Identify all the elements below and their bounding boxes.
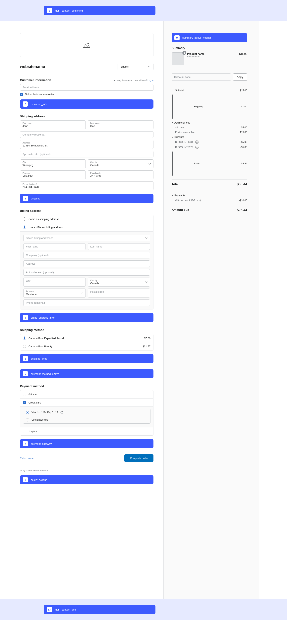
slot-customer-info: 2 customer_info <box>20 100 154 108</box>
billing-form: Saved billing addresses First name Last … <box>20 231 153 309</box>
caret-down-icon <box>172 122 173 123</box>
login-prompt: Already have an account with us? Log in <box>114 79 154 82</box>
payment-paypal[interactable]: PayPal <box>20 427 153 436</box>
remove-icon[interactable]: ✕ <box>195 146 198 149</box>
newsletter-checkbox[interactable] <box>20 93 23 96</box>
postal-field[interactable]: Postal codeA1B 2C3 <box>88 170 154 179</box>
billing-title: Billing address <box>20 209 154 212</box>
slot-shipping: 3 shipping <box>20 194 154 203</box>
subtotal-line: Subtotal$15.00 <box>172 88 247 93</box>
shipping-methods: Canada Post Expedited Parcel$7.00 Canada… <box>20 334 154 350</box>
billing-apt[interactable]: Apt, suite, etc. (optional) <box>23 269 150 276</box>
checkout-main: websitename English Customer information… <box>0 21 164 599</box>
billing-option-box: Same as shipping address Use a different… <box>20 215 154 310</box>
payment-methods: Gift card Credit card Visa **** 1234 Exp… <box>20 390 154 436</box>
apt-field[interactable]: Apt, suite, etc. (optional) <box>20 151 154 158</box>
discount-item: DISCOUNT1234✕-$5.00 <box>172 140 247 145</box>
chevron-down-icon <box>146 281 148 283</box>
radio-unchecked[interactable] <box>23 218 26 220</box>
billing-city[interactable]: City <box>23 278 86 286</box>
caret-down-icon <box>172 137 173 138</box>
slot-main-content-end: 13 main_content_end <box>44 605 156 614</box>
country-select[interactable]: CountryCanada <box>88 160 154 168</box>
banner-top: 1 main_content_beginning <box>0 0 287 21</box>
summary-title: Summary <box>172 46 247 50</box>
shipping-method-title: Shipping method <box>20 328 154 332</box>
footer-text: All rights reserved websitename <box>20 470 154 472</box>
slot-payment-above: 6 payment_method_above <box>20 369 154 378</box>
billing-province[interactable]: ProvinceManitoba <box>23 288 86 298</box>
billing-last-name[interactable]: Last name <box>88 243 150 250</box>
city-field[interactable]: CityWinnipeg <box>20 160 86 168</box>
payment-gift[interactable]: Gift card <box>20 390 153 398</box>
remove-icon[interactable]: ✕ <box>198 199 201 202</box>
payment-method-title: Payment method <box>20 384 154 388</box>
loading-spinner-icon <box>60 411 63 414</box>
saved-addresses-select[interactable]: Saved billing addresses <box>23 235 150 241</box>
amount-due-line: Amount due$26.44 <box>172 205 247 215</box>
saved-card-option[interactable]: Visa **** 1234 Exp.01/25 <box>23 409 150 416</box>
slot-below-actions: 8 below_actions <box>20 475 154 484</box>
qty-badge: 1 <box>182 51 186 55</box>
billing-phone[interactable]: Phone (optional) <box>23 300 150 306</box>
phone-field[interactable]: Phone (optional)204-234-5678 <box>20 181 154 190</box>
fees-line[interactable]: Additional fees <box>172 120 247 125</box>
chevron-down-icon <box>148 66 150 68</box>
last-name-field[interactable]: Last nameDoe <box>88 120 154 129</box>
billing-postal[interactable]: Postal code <box>88 288 150 298</box>
product-image <box>172 52 184 65</box>
giftcard-line: Gift card •••• ASDF✕-$10.00 <box>172 198 247 203</box>
province-field[interactable]: ProvinceManitoba <box>20 170 86 179</box>
chevron-down-icon <box>81 292 83 294</box>
discount-item: DISCOUNT5678✕-$5.00 <box>172 145 247 150</box>
product-name: Product name <box>187 52 236 56</box>
login-link[interactable]: Log in <box>148 79 154 82</box>
language-select[interactable]: English <box>118 63 154 70</box>
slot-payment-gateway: 7 payment_gateway <box>20 439 154 448</box>
discount-line[interactable]: Discount <box>172 135 247 140</box>
caret-right-icon <box>172 151 192 176</box>
product-price: $15.00 <box>239 52 247 56</box>
company-field[interactable]: Company (optional) <box>20 131 154 138</box>
ship-option-2[interactable]: Canada Post Priority$21.77 <box>20 342 153 350</box>
apply-button[interactable]: Apply <box>233 73 247 81</box>
caret-down-icon <box>172 195 173 196</box>
payment-credit[interactable]: Credit card <box>20 398 153 406</box>
total-line: Total$36.44 <box>172 179 247 189</box>
billing-address[interactable]: Address <box>23 260 150 267</box>
payments-line[interactable]: Payments <box>172 193 247 198</box>
credit-card-options: Visa **** 1234 Exp.01/25 Use a new card <box>20 406 153 427</box>
product-variant: Variant name <box>187 56 236 58</box>
customer-info-title: Customer information <box>20 78 51 82</box>
svg-point-0 <box>87 43 88 44</box>
billing-same-option[interactable]: Same as shipping address <box>20 215 153 223</box>
radio-checked[interactable] <box>23 226 26 229</box>
discount-input[interactable]: Discount code <box>172 73 231 81</box>
taxes-line[interactable]: Taxes$4.44 <box>172 150 247 177</box>
order-summary: 9 summary_above_header Summary 1 Product… <box>164 21 259 599</box>
return-to-cart-link[interactable]: Return to cart <box>20 457 34 460</box>
fee-item: add_fee$5.00 <box>172 125 247 130</box>
billing-first-name[interactable]: First name <box>23 243 86 250</box>
slot-summary-above: 9 summary_above_header <box>172 33 247 42</box>
shipping-line[interactable]: Shipping$7.00 <box>172 93 247 120</box>
billing-different-option[interactable]: Use a different billing address <box>20 223 153 231</box>
logo-placeholder <box>20 33 154 57</box>
product-line: 1 Product name Variant name $15.00 <box>172 52 247 65</box>
new-card-option[interactable]: Use a new card <box>23 416 150 424</box>
chevron-down-icon <box>146 237 148 239</box>
slot-main-content-beginning: 1 main_content_beginning <box>44 6 156 15</box>
first-name-field[interactable]: First nameJane <box>20 120 86 129</box>
billing-company[interactable]: Company (optional) <box>23 252 150 258</box>
email-field[interactable]: Email address <box>20 84 154 91</box>
shipping-address-title: Shipping address <box>20 114 154 118</box>
image-icon <box>83 42 90 48</box>
remove-icon[interactable]: ✕ <box>195 140 198 144</box>
complete-order-button[interactable]: Complete order <box>124 454 154 462</box>
slot-billing-after: 4 billing_address_after <box>20 313 154 322</box>
billing-country[interactable]: CountryCanada <box>88 278 150 286</box>
site-name: websitename <box>20 64 45 69</box>
address-field[interactable]: Address12334 Somewhere St. <box>20 140 154 149</box>
chevron-down-icon <box>149 163 151 165</box>
ship-option-1[interactable]: Canada Post Expedited Parcel$7.00 <box>20 334 153 342</box>
